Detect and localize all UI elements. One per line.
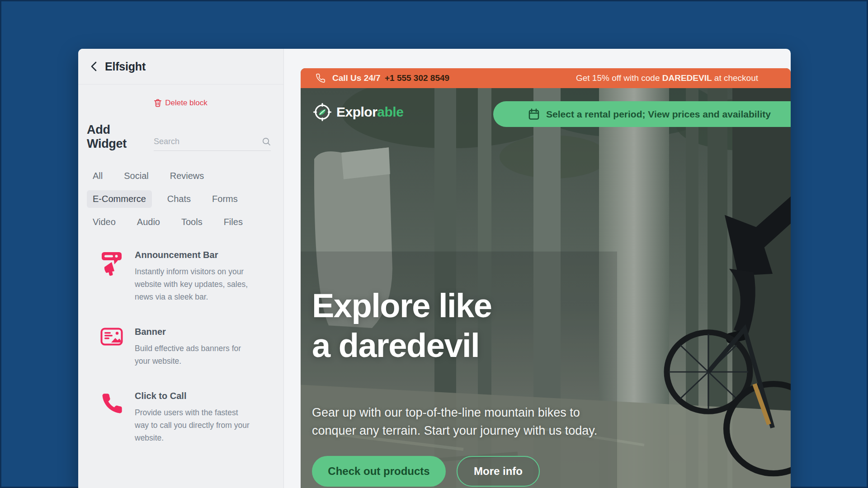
tab-files[interactable]: Files [218,213,249,231]
search-icon [262,137,271,146]
tab-video[interactable]: Video [87,213,122,231]
hero-subtitle: Gear up with our top-of-the-line mountai… [312,404,601,440]
widget-item-announcement-bar[interactable]: Announcement Bar Instantly inform visito… [78,250,283,303]
tab-all[interactable]: All [87,167,108,185]
site-logo[interactable]: Explorable [313,103,403,122]
widget-list: Announcement Bar Instantly inform visito… [78,250,283,444]
search-input[interactable] [154,137,259,146]
widget-title: Announcement Bar [135,250,250,260]
logo-text-green: able [377,104,403,119]
category-tabs: All Social Reviews E-Commerce Chats Form… [87,167,283,231]
promo-message: Get 15% off with code DAREDEVIL at check… [576,73,758,83]
add-widget-title: Add Widget [87,123,147,151]
widget-description: Provide users with the fastest way to ca… [135,406,250,444]
logo-text-white: Explor [336,104,377,119]
trash-icon [154,99,161,107]
widget-item-banner[interactable]: Banner Build effective ads banners for y… [78,327,283,367]
announcement-bar-icon [100,251,123,276]
more-info-button[interactable]: More info [457,456,540,487]
tab-reviews[interactable]: Reviews [164,167,210,185]
delete-block-button[interactable]: Delete block [154,99,208,108]
phone-icon [316,73,326,83]
widget-sidebar: Elfsight Delete block Add Widget [78,49,284,488]
announcement-topbar: Call Us 24/7 +1 555 302 8549 Get 15% off… [301,68,791,88]
promo-code: DAREDEVIL [662,73,712,83]
back-chevron-icon[interactable] [90,61,97,72]
delete-block-label: Delete block [165,99,208,108]
tab-social[interactable]: Social [118,167,154,185]
widget-description: Instantly inform visitors on your websit… [135,265,250,303]
tab-forms[interactable]: Forms [206,190,244,208]
widget-search [154,137,271,151]
phone-number[interactable]: +1 555 302 8549 [385,73,449,83]
widget-title: Click to Call [135,391,250,401]
tab-audio[interactable]: Audio [131,213,166,231]
tab-chats[interactable]: Chats [161,190,197,208]
elfsight-widget-modal: Elfsight Delete block Add Widget [78,49,791,488]
hero-title: Explore like a daredevil [312,286,491,366]
panel-title: Elfsight [105,60,146,73]
widget-item-click-to-call[interactable]: Click to Call Provide users with the fas… [78,391,283,444]
compass-logo-icon [313,103,332,122]
call-us-label: Call Us 24/7 [332,73,381,83]
desktop-background: Elfsight Delete block Add Widget [0,0,868,488]
check-out-products-button[interactable]: Check out products [312,456,446,487]
tab-tools[interactable]: Tools [175,213,208,231]
calendar-icon [528,108,539,120]
hero-section: Explorable Select a rental period; View … [301,88,791,488]
sidebar-header: Elfsight [78,49,283,84]
website-preview: Call Us 24/7 +1 555 302 8549 Get 15% off… [301,68,791,488]
click-to-call-icon [100,392,124,415]
rental-period-button[interactable]: Select a rental period; View prices and … [493,101,791,127]
rental-button-label: Select a rental period; View prices and … [546,109,771,120]
banner-icon [100,328,123,346]
widget-title: Banner [135,327,250,337]
widget-description: Build effective ads banners for your web… [135,342,250,367]
tab-ecommerce[interactable]: E-Commerce [87,190,152,208]
